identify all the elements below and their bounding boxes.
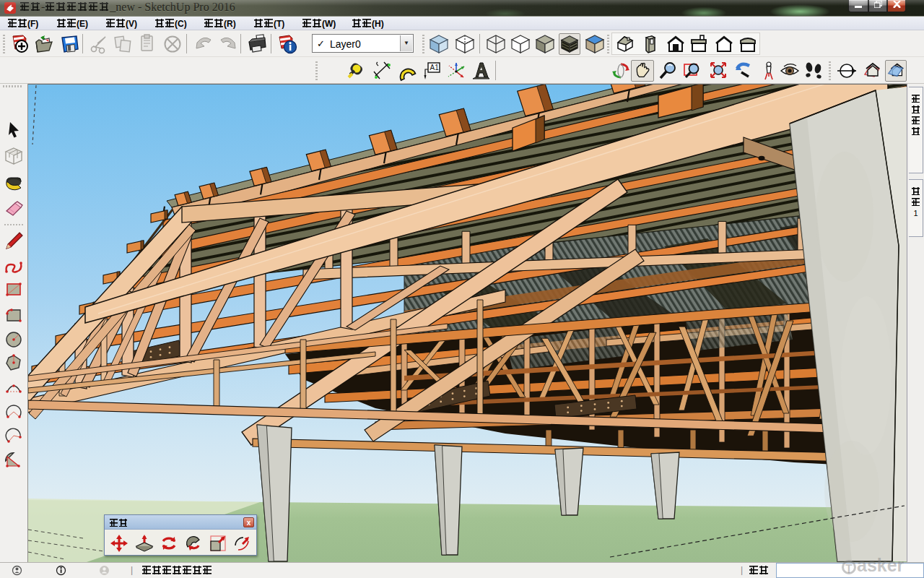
svg-text:A1: A1 xyxy=(430,64,440,72)
